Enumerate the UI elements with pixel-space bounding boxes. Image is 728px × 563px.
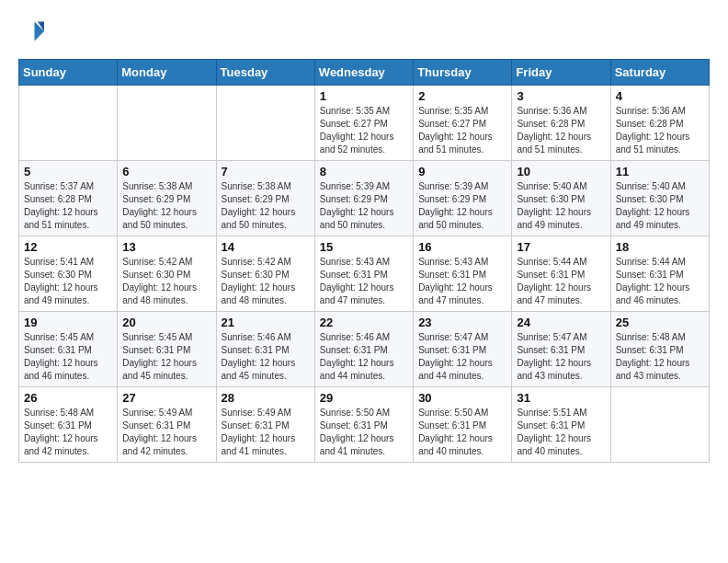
calendar-cell: 5Sunrise: 5:37 AM Sunset: 6:28 PM Daylig…: [19, 161, 118, 236]
calendar-cell: 27Sunrise: 5:49 AM Sunset: 6:31 PM Dayli…: [118, 387, 216, 463]
day-info: Sunrise: 5:44 AM Sunset: 6:31 PM Dayligh…: [616, 256, 704, 307]
logo-icon: [18, 18, 44, 44]
page-header: [18, 18, 710, 44]
calendar-cell: 1Sunrise: 5:35 AM Sunset: 6:27 PM Daylig…: [314, 86, 413, 161]
day-info: Sunrise: 5:47 AM Sunset: 6:31 PM Dayligh…: [517, 331, 605, 383]
day-info: Sunrise: 5:42 AM Sunset: 6:30 PM Dayligh…: [122, 256, 210, 307]
day-number: 13: [122, 240, 210, 254]
day-number: 3: [517, 89, 605, 103]
calendar-week-row: 5Sunrise: 5:37 AM Sunset: 6:28 PM Daylig…: [19, 161, 710, 236]
day-info: Sunrise: 5:45 AM Sunset: 6:31 PM Dayligh…: [122, 331, 210, 383]
calendar-week-row: 1Sunrise: 5:35 AM Sunset: 6:27 PM Daylig…: [19, 86, 710, 161]
day-number: 25: [616, 316, 704, 329]
calendar-cell: 26Sunrise: 5:48 AM Sunset: 6:31 PM Dayli…: [19, 387, 118, 463]
weekday-header-friday: Friday: [512, 60, 610, 86]
day-number: 31: [517, 391, 605, 405]
calendar-week-row: 12Sunrise: 5:41 AM Sunset: 6:30 PM Dayli…: [19, 236, 710, 312]
calendar-cell: 16Sunrise: 5:43 AM Sunset: 6:31 PM Dayli…: [414, 236, 512, 312]
day-info: Sunrise: 5:48 AM Sunset: 6:31 PM Dayligh…: [616, 331, 704, 383]
calendar-cell: 13Sunrise: 5:42 AM Sunset: 6:30 PM Dayli…: [118, 236, 216, 312]
day-info: Sunrise: 5:50 AM Sunset: 6:31 PM Dayligh…: [418, 407, 506, 458]
day-number: 29: [320, 391, 408, 405]
calendar-cell: 28Sunrise: 5:49 AM Sunset: 6:31 PM Dayli…: [216, 387, 314, 463]
calendar-week-row: 26Sunrise: 5:48 AM Sunset: 6:31 PM Dayli…: [19, 387, 710, 463]
day-number: 28: [222, 391, 310, 405]
day-info: Sunrise: 5:48 AM Sunset: 6:31 PM Dayligh…: [24, 407, 112, 458]
day-number: 24: [517, 316, 605, 329]
weekday-header-saturday: Saturday: [610, 60, 709, 86]
calendar-week-row: 19Sunrise: 5:45 AM Sunset: 6:31 PM Dayli…: [19, 312, 710, 387]
day-info: Sunrise: 5:39 AM Sunset: 6:29 PM Dayligh…: [320, 180, 408, 232]
day-number: 10: [517, 165, 605, 178]
calendar-cell: 29Sunrise: 5:50 AM Sunset: 6:31 PM Dayli…: [314, 387, 413, 463]
day-number: 22: [320, 316, 408, 329]
day-info: Sunrise: 5:43 AM Sunset: 6:31 PM Dayligh…: [418, 256, 506, 307]
day-info: Sunrise: 5:35 AM Sunset: 6:27 PM Dayligh…: [418, 105, 506, 156]
calendar-cell: 11Sunrise: 5:40 AM Sunset: 6:30 PM Dayli…: [610, 161, 709, 236]
day-info: Sunrise: 5:51 AM Sunset: 6:31 PM Dayligh…: [517, 407, 605, 458]
day-number: 1: [320, 89, 408, 103]
day-info: Sunrise: 5:44 AM Sunset: 6:31 PM Dayligh…: [517, 256, 605, 307]
day-info: Sunrise: 5:42 AM Sunset: 6:30 PM Dayligh…: [222, 256, 310, 307]
day-number: 20: [122, 316, 210, 329]
day-number: 16: [418, 240, 506, 254]
calendar-cell: 8Sunrise: 5:39 AM Sunset: 6:29 PM Daylig…: [314, 161, 413, 236]
calendar-cell: 22Sunrise: 5:46 AM Sunset: 6:31 PM Dayli…: [314, 312, 413, 387]
day-number: 19: [24, 316, 112, 329]
day-number: 4: [616, 89, 704, 103]
day-info: Sunrise: 5:46 AM Sunset: 6:31 PM Dayligh…: [320, 331, 408, 383]
day-number: 7: [222, 165, 310, 178]
calendar-cell: 6Sunrise: 5:38 AM Sunset: 6:29 PM Daylig…: [118, 161, 216, 236]
calendar-cell: 4Sunrise: 5:36 AM Sunset: 6:28 PM Daylig…: [610, 86, 709, 161]
day-info: Sunrise: 5:39 AM Sunset: 6:29 PM Dayligh…: [418, 180, 506, 232]
day-number: 27: [122, 391, 210, 405]
day-number: 9: [418, 165, 506, 178]
day-info: Sunrise: 5:37 AM Sunset: 6:28 PM Dayligh…: [24, 180, 112, 232]
calendar-cell: 3Sunrise: 5:36 AM Sunset: 6:28 PM Daylig…: [512, 86, 610, 161]
day-number: 21: [222, 316, 310, 329]
calendar-cell: 12Sunrise: 5:41 AM Sunset: 6:30 PM Dayli…: [19, 236, 118, 312]
day-number: 6: [122, 165, 210, 178]
day-number: 5: [24, 165, 112, 178]
day-info: Sunrise: 5:36 AM Sunset: 6:28 PM Dayligh…: [517, 105, 605, 156]
calendar-cell: [118, 86, 216, 161]
day-info: Sunrise: 5:41 AM Sunset: 6:30 PM Dayligh…: [24, 256, 112, 307]
calendar-cell: [610, 387, 709, 463]
day-info: Sunrise: 5:40 AM Sunset: 6:30 PM Dayligh…: [616, 180, 704, 232]
logo: [18, 18, 48, 44]
day-info: Sunrise: 5:46 AM Sunset: 6:31 PM Dayligh…: [222, 331, 310, 383]
calendar-cell: 30Sunrise: 5:50 AM Sunset: 6:31 PM Dayli…: [414, 387, 512, 463]
weekday-header-thursday: Thursday: [414, 60, 512, 86]
calendar-cell: 10Sunrise: 5:40 AM Sunset: 6:30 PM Dayli…: [512, 161, 610, 236]
calendar-cell: 18Sunrise: 5:44 AM Sunset: 6:31 PM Dayli…: [610, 236, 709, 312]
calendar-cell: 25Sunrise: 5:48 AM Sunset: 6:31 PM Dayli…: [610, 312, 709, 387]
day-number: 2: [418, 89, 506, 103]
day-number: 17: [517, 240, 605, 254]
calendar-cell: 14Sunrise: 5:42 AM Sunset: 6:30 PM Dayli…: [216, 236, 314, 312]
day-number: 11: [616, 165, 704, 178]
day-info: Sunrise: 5:38 AM Sunset: 6:29 PM Dayligh…: [222, 180, 310, 232]
calendar-cell: 2Sunrise: 5:35 AM Sunset: 6:27 PM Daylig…: [414, 86, 512, 161]
day-number: 15: [320, 240, 408, 254]
weekday-header-row: SundayMondayTuesdayWednesdayThursdayFrid…: [19, 60, 710, 86]
calendar-table: SundayMondayTuesdayWednesdayThursdayFrid…: [18, 59, 710, 463]
day-info: Sunrise: 5:35 AM Sunset: 6:27 PM Dayligh…: [320, 105, 408, 156]
calendar-cell: 17Sunrise: 5:44 AM Sunset: 6:31 PM Dayli…: [512, 236, 610, 312]
day-info: Sunrise: 5:40 AM Sunset: 6:30 PM Dayligh…: [517, 180, 605, 232]
weekday-header-wednesday: Wednesday: [314, 60, 413, 86]
day-info: Sunrise: 5:38 AM Sunset: 6:29 PM Dayligh…: [122, 180, 210, 232]
day-number: 8: [320, 165, 408, 178]
day-info: Sunrise: 5:50 AM Sunset: 6:31 PM Dayligh…: [320, 407, 408, 458]
calendar-cell: 31Sunrise: 5:51 AM Sunset: 6:31 PM Dayli…: [512, 387, 610, 463]
calendar-cell: [216, 86, 314, 161]
calendar-cell: 19Sunrise: 5:45 AM Sunset: 6:31 PM Dayli…: [19, 312, 118, 387]
weekday-header-monday: Monday: [118, 60, 216, 86]
calendar-cell: 9Sunrise: 5:39 AM Sunset: 6:29 PM Daylig…: [414, 161, 512, 236]
day-number: 30: [418, 391, 506, 405]
day-number: 23: [418, 316, 506, 329]
day-info: Sunrise: 5:45 AM Sunset: 6:31 PM Dayligh…: [24, 331, 112, 383]
day-info: Sunrise: 5:47 AM Sunset: 6:31 PM Dayligh…: [418, 331, 506, 383]
weekday-header-sunday: Sunday: [19, 60, 118, 86]
day-number: 26: [24, 391, 112, 405]
calendar-cell: 7Sunrise: 5:38 AM Sunset: 6:29 PM Daylig…: [216, 161, 314, 236]
